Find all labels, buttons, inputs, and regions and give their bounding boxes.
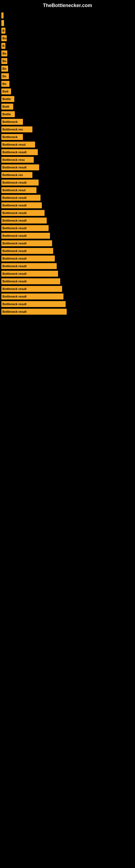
title-text: TheBottlenecker.com (43, 3, 92, 8)
bar-row: Bottl (0, 104, 135, 110)
bar-item: Bo (1, 66, 8, 72)
bar-row: Bottle (0, 96, 135, 102)
bar-label: Bottl (2, 105, 9, 108)
bar-row: Bottleneck res (0, 172, 135, 178)
bar-row: Bottleneck result (0, 164, 135, 170)
bar-label: Bo (2, 52, 6, 55)
bar-label: Bottle (2, 113, 11, 116)
bar-item: Bottleneck result (1, 255, 55, 261)
bar-label: Bottleneck result (2, 295, 27, 298)
bar-item: Bottleneck resu (1, 157, 34, 163)
bar-label: Bottleneck resu (2, 158, 25, 161)
bar-label: Bottleneck result (2, 280, 27, 283)
bar-item: Bottleneck res (1, 126, 32, 132)
bar-label: Bo (2, 74, 6, 78)
bar-item: Bottleneck resul (1, 142, 35, 148)
bar-item (1, 12, 3, 19)
bar-row: Bottleneck resu (0, 157, 135, 163)
bar-row: Bottleneck result (0, 203, 135, 208)
bar-row: Bottle (0, 111, 135, 117)
bar-label: Bottleneck result (2, 166, 27, 169)
bar-label: Bottleneck result (2, 310, 27, 313)
bar-item: Bottleneck result (1, 263, 57, 269)
bar-item: Bottleneck result (1, 293, 63, 300)
bar-item: Bo (1, 51, 7, 56)
bar-item: Bottle (1, 111, 15, 117)
bar-label: Bottleneck (2, 135, 17, 138)
bar-row: Bottleneck result (0, 233, 135, 239)
bar-row: Bo (0, 58, 135, 64)
bar-row: Bottleneck result (0, 286, 135, 292)
bar-item: Bottleneck result (1, 248, 53, 254)
bar-label: Bo (2, 82, 6, 86)
bar-row: Bottleneck result (0, 225, 135, 231)
bar-label: Bottleneck result (2, 219, 27, 222)
bar-item: Bottleneck result (1, 309, 67, 315)
bar-item: Bottleneck (1, 134, 23, 140)
bar-row: B (0, 43, 135, 49)
bar-label: Bottleneck result (2, 226, 27, 230)
bar-row: Bottleneck resul (0, 142, 135, 148)
bar-row: Bottleneck (0, 119, 135, 125)
bar-row: Bottleneck resul (0, 187, 135, 193)
bar-item: Bottleneck result (1, 233, 50, 239)
bar-label: Bottleneck result (2, 196, 27, 199)
site-title: TheBottlenecker.com (0, 0, 135, 10)
bar-label: Bottleneck result (2, 242, 27, 245)
bar-label: Bottleneck result (2, 234, 27, 237)
bar-item: Bottleneck (1, 119, 23, 125)
bar-row: Bottleneck result (0, 293, 135, 300)
bar-item: Bottleneck result (1, 180, 39, 186)
bar-label: Bottleneck result (2, 303, 27, 306)
bar-row (0, 20, 135, 26)
bar-label: B (2, 44, 5, 48)
bar-item: Bo (1, 73, 9, 79)
bar-row: Bottleneck result (0, 240, 135, 246)
bar-label: Bott (2, 90, 8, 93)
bar-row (0, 12, 135, 19)
bars-container: BBoBBoBoBoBoBoBottBottleBottlBottleBottl… (0, 10, 135, 315)
bar-item: Bottleneck result (1, 218, 47, 223)
bar-item (1, 20, 4, 26)
bar-label: Bo (2, 37, 6, 40)
bar-item: Bottleneck result (1, 210, 45, 216)
bar-row: Bottleneck result (0, 278, 135, 284)
bar-item: Bottleneck result (1, 149, 38, 155)
bar-label: Bottleneck result (2, 257, 27, 260)
bar-label: Bottleneck result (2, 204, 27, 207)
bar-row: Bottleneck result (0, 149, 135, 155)
bar-item: Bottleneck res (1, 172, 32, 178)
bar-item: Bottleneck result (1, 286, 62, 292)
bar-row: Bottleneck result (0, 263, 135, 269)
bar-item: Bottleneck result (1, 278, 60, 284)
bar-label: Bottleneck result (2, 287, 27, 290)
bar-item: Bottleneck result (1, 240, 52, 246)
bar-row: Bottleneck result (0, 309, 135, 315)
bar-row: Bo (0, 66, 135, 72)
bar-item: Bottleneck result (1, 164, 39, 170)
bar-row: Bottleneck res (0, 126, 135, 132)
bar-row: Bottleneck result (0, 210, 135, 216)
bar-item: Bottleneck result (1, 271, 58, 277)
bar-label: Bo (2, 59, 6, 63)
bar-row: Bo (0, 35, 135, 41)
bar-item: Bott (1, 88, 11, 94)
bar-label: Bottleneck result (2, 181, 27, 184)
bar-label: Bottleneck resul (2, 188, 26, 192)
bar-row: B (0, 28, 135, 34)
bar-item: Bo (1, 58, 7, 64)
bar-label: Bottleneck result (2, 211, 27, 215)
bar-row: Bottleneck result (0, 301, 135, 307)
bar-label: Bottleneck resul (2, 143, 26, 146)
bar-item: B (1, 43, 5, 49)
bar-item: Bottl (1, 104, 13, 110)
bar-label: B (2, 29, 5, 32)
bar-item: Bottleneck result (1, 195, 41, 201)
bar-label: Bottleneck res (2, 173, 23, 177)
bar-row: Bo (0, 81, 135, 87)
bar-row: Bottleneck result (0, 195, 135, 201)
bar-row: Bottleneck result (0, 271, 135, 277)
bar-row: Bo (0, 73, 135, 79)
bar-label: Bottleneck result (2, 151, 27, 154)
bar-row: Bottleneck result (0, 248, 135, 254)
